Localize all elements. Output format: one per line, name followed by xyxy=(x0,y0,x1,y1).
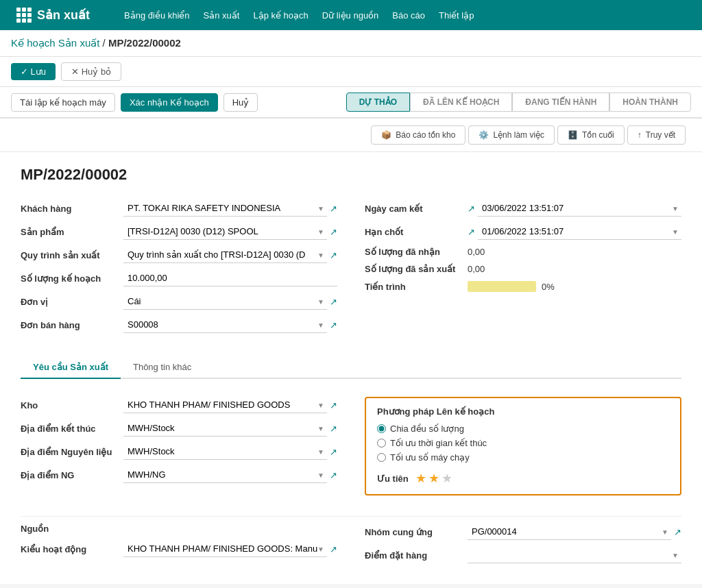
kho-extlink[interactable]: ↗ xyxy=(330,400,337,411)
diadiem-ng-extlink[interactable]: ↗ xyxy=(330,470,337,480)
field-khachhang: Khách hàng PT. TOKAI RIKA SAFETY INDONES… xyxy=(21,200,337,217)
soluongdasanxuat-value: 0,00 xyxy=(468,264,485,274)
scheduling-method-box: Phương pháp Lên kế hoạch Chia đều số lượ… xyxy=(365,397,681,495)
bottom-right: Nhóm cung ứng PG/000014 ▼ ↗ Điểm đặt hàn… xyxy=(365,524,681,570)
breadcrumb: Kế hoạch Sản xuất / MP/2022/00002 xyxy=(0,30,702,57)
stage-bar: DỰ THẢO ĐÃ LÊN KẾ HOẠCH ĐANG TIẾN HÀNH H… xyxy=(346,93,691,112)
star-2[interactable]: ★ xyxy=(428,471,439,486)
tab-thongtinkhac[interactable]: Thông tin khác xyxy=(121,356,204,379)
nhomcungung-select[interactable]: PG/000014 xyxy=(468,524,671,540)
step-bar: Tái lập kế hoạch máy Xác nhận Kế hoạch H… xyxy=(0,87,702,119)
field-kieuhd: Kiểu hoạt động KHO THANH PHAM/ FINISHED … xyxy=(21,541,337,557)
scheduling-options: Chia đều số lượng Tối ưu thời gian kết t… xyxy=(377,424,669,463)
nav-links: Bảng điều khiển Sản xuất Lập kế hoạch Dữ… xyxy=(119,10,479,21)
donvi-select[interactable]: Cái xyxy=(123,293,327,310)
option-machine[interactable]: Tối ưu số máy chạy xyxy=(377,452,669,463)
cancel-button[interactable]: ✕ Huỷ bỏ xyxy=(61,62,121,81)
progress-bar xyxy=(468,281,536,292)
ngaycamket-select[interactable]: 03/06/2022 13:51:07 xyxy=(478,200,681,217)
grid-icon xyxy=(16,8,32,23)
bottom-left: Nguồn Kiểu hoạt động KHO THANH PHAM/ FIN… xyxy=(21,524,337,570)
donvi-extlink[interactable]: ↗ xyxy=(330,297,337,307)
diadiem-nguyenlieu-extlink[interactable]: ↗ xyxy=(330,447,337,457)
star-1[interactable]: ★ xyxy=(415,471,426,486)
radio-machine[interactable] xyxy=(377,453,386,462)
quyтриnh-select[interactable]: Quy trình sản xuất cho [TRSI-D12A] 0030 … xyxy=(123,247,327,263)
field-diemdathang: Điểm đặt hàng ▼ xyxy=(365,547,681,563)
kho-select[interactable]: KHO THANH PHAM/ FINISHED GOODS xyxy=(123,397,327,413)
kieuhd-select[interactable]: KHO THANH PHAM/ FINISHED GOODS: Manu xyxy=(123,541,327,557)
work-order-button[interactable]: ⚙️ Lệnh làm việc xyxy=(468,125,555,145)
donbanhang-select[interactable]: S00008 xyxy=(123,317,327,333)
sanpham-select[interactable]: [TRSI-D12A] 0030 (D12) SPOOL xyxy=(123,223,327,240)
stage-done[interactable]: HOÀN THÀNH xyxy=(609,93,691,112)
hanchot-extlink[interactable]: ↗ xyxy=(468,227,475,237)
box-icon: 📦 xyxy=(381,130,391,140)
quyтриnh-extlink[interactable]: ↗ xyxy=(330,250,337,260)
tab-right: Phương pháp Lên kế hoạch Chia đều số lượ… xyxy=(365,397,681,495)
nav-lapkehoach[interactable]: Lập kế hoạch xyxy=(247,8,313,23)
option-time[interactable]: Tối ưu thời gian kết thúc xyxy=(377,438,669,448)
nav-thietlap[interactable]: Thiết lập xyxy=(433,8,479,23)
gear-icon: ⚙️ xyxy=(479,130,489,140)
main-content: MP/2022/00002 Khách hàng PT. TOKAI RIKA … xyxy=(0,152,702,584)
soluongkehoach-input[interactable] xyxy=(123,270,337,286)
ngaycamket-extlink[interactable]: ↗ xyxy=(468,204,475,214)
diadiem-ketthuc-select[interactable]: MWH/Stock xyxy=(123,420,327,437)
tabs-bar: Yêu cầu Sản xuất Thông tin khác xyxy=(21,356,681,379)
tab-content: Kho KHO THANH PHAM/ FINISHED GOODS ▼ ↗ Đ… xyxy=(21,390,681,502)
field-tientrinh: Tiến trình 0% xyxy=(365,281,681,292)
save-button[interactable]: ✓ Lưu xyxy=(11,63,56,80)
nav-sanxuat[interactable]: Sản xuất xyxy=(198,8,245,23)
sanpham-extlink[interactable]: ↗ xyxy=(330,227,337,237)
option-evenly[interactable]: Chia đều số lượng xyxy=(377,424,669,434)
stock-report-button[interactable]: 📦 Báo cáo tồn kho xyxy=(371,125,465,145)
tab-grid: Kho KHO THANH PHAM/ FINISHED GOODS ▼ ↗ Đ… xyxy=(21,397,681,495)
action-bar: ✓ Lưu ✕ Huỷ bỏ xyxy=(0,57,702,87)
replanning-button[interactable]: Tái lập kế hoạch máy xyxy=(11,93,115,112)
stage-draft[interactable]: DỰ THẢO xyxy=(346,93,410,112)
diadiem-ng-select[interactable]: MWH/NG xyxy=(123,467,327,483)
radio-time[interactable] xyxy=(377,439,386,448)
diadiem-ketthuc-extlink[interactable]: ↗ xyxy=(330,424,337,434)
nav-dulieunguon[interactable]: Dữ liệu nguồn xyxy=(317,8,385,23)
confirm-button[interactable]: Xác nhận Kế hoạch xyxy=(121,93,218,112)
tab-left: Kho KHO THANH PHAM/ FINISHED GOODS ▼ ↗ Đ… xyxy=(21,397,337,495)
form-left: Khách hàng PT. TOKAI RIKA SAFETY INDONES… xyxy=(21,197,337,343)
field-hanchot: Hạn chốt ↗ 01/06/2022 13:51:07 ▼ xyxy=(365,223,681,240)
field-donvi: Đơn vị Cái ▼ ↗ xyxy=(21,293,337,310)
scheduling-method-label: Phương pháp Lên kế hoạch xyxy=(377,406,494,417)
breadcrumb-parent[interactable]: Kế hoạch Sản xuất xyxy=(11,37,99,49)
field-ngaycamket: Ngày cam kết ↗ 03/06/2022 13:51:07 ▼ xyxy=(365,200,681,217)
stage-in-progress[interactable]: ĐANG TIẾN HÀNH xyxy=(512,93,609,112)
diadiem-nguyenlieu-select[interactable]: MWH/Stock xyxy=(123,443,327,460)
khachhang-select[interactable]: PT. TOKAI RIKA SAFETY INDONESIA xyxy=(123,200,327,217)
cancel-plan-button[interactable]: Huỷ xyxy=(223,93,258,112)
app-brand: Sản xuất xyxy=(8,0,98,30)
form-grid: Khách hàng PT. TOKAI RIKA SAFETY INDONES… xyxy=(21,197,681,343)
nav-dashboard[interactable]: Bảng điều khiển xyxy=(119,8,195,23)
box2-icon: 🗄️ xyxy=(568,130,578,140)
star-3[interactable]: ★ xyxy=(441,471,452,486)
nhomcungung-extlink[interactable]: ↗ xyxy=(674,527,681,537)
donbanhang-extlink[interactable]: ↗ xyxy=(330,320,337,330)
field-donbanhang: Đơn bán hàng S00008 ▼ ↗ xyxy=(21,317,337,333)
field-diadiem-ng: Địa điểm NG MWH/NG ▼ ↗ xyxy=(21,467,337,483)
diemdathang-select[interactable] xyxy=(468,547,681,563)
hanchot-select[interactable]: 01/06/2022 13:51:07 xyxy=(478,223,681,240)
trace-button[interactable]: ↑ Truy vết xyxy=(627,125,686,145)
arrow-up-icon: ↑ xyxy=(638,130,642,140)
nav-baocao[interactable]: Báo cáo xyxy=(387,8,431,23)
khachhang-extlink[interactable]: ↗ xyxy=(330,204,337,214)
end-stock-button[interactable]: 🗄️ Tồn cuối xyxy=(557,125,625,145)
field-soluongkehoach: Số lượng kế hoạch xyxy=(21,270,337,286)
field-diadiem-ketthuc: Địa điểm kết thúc MWH/Stock ▼ ↗ xyxy=(21,420,337,437)
breadcrumb-separator: / xyxy=(103,37,108,49)
priority-stars: ★ ★ ★ xyxy=(415,471,452,486)
tab-yeucausanxuat[interactable]: Yêu cầu Sản xuất xyxy=(21,356,121,379)
radio-evenly[interactable] xyxy=(377,424,386,433)
kieuhd-extlink[interactable]: ↗ xyxy=(330,544,337,554)
app-title: Sản xuất xyxy=(37,8,90,23)
form-right: Ngày cam kết ↗ 03/06/2022 13:51:07 ▼ Hạn… xyxy=(365,197,681,343)
stage-planned[interactable]: ĐÃ LÊN KẾ HOẠCH xyxy=(410,93,512,112)
